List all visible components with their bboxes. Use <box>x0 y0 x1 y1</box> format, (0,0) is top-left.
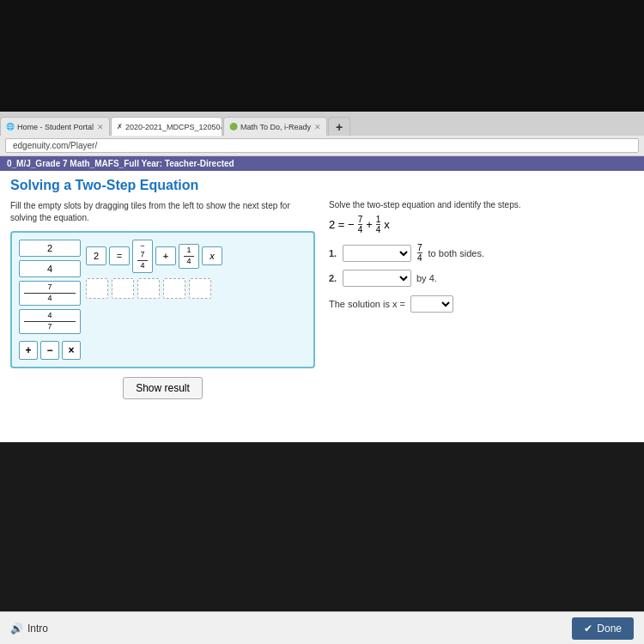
eq-frac-1-num: 1 <box>376 215 381 224</box>
step-2-select[interactable]: Multiply Divide <box>343 270 411 287</box>
operator-tiles: + − × <box>19 341 81 360</box>
frac-num-4: 4 <box>47 312 52 320</box>
tab-home-label: Home - Student Portal <box>17 123 94 131</box>
app-header: 0_M/J_Grade 7 Math_MAFS_Full Year: Teach… <box>0 156 644 171</box>
frac-den-7: 7 <box>47 323 52 331</box>
home-tab-icon: 🌐 <box>6 123 15 131</box>
left-panel: Fill the empty slots by dragging tiles f… <box>10 200 315 399</box>
op-minus[interactable]: − <box>40 341 59 360</box>
op-times[interactable]: × <box>62 341 81 360</box>
eq-frac-1-4: 1 4 <box>376 215 381 234</box>
step-1-select[interactable]: Add Subtract <box>343 245 411 262</box>
top-bezel <box>0 0 644 112</box>
frac-7-num: 7 <box>140 251 144 259</box>
tab-new[interactable]: + <box>328 117 350 136</box>
side-tiles: 2 4 7 4 4 7 + <box>19 240 81 360</box>
drag-right: 2 = − 7 4 + 1 <box>86 240 307 302</box>
right-instruction: Solve the two-step equation and identify… <box>329 200 634 210</box>
intro-button[interactable]: 🔊 Intro <box>10 623 48 635</box>
tab-math-label: Math To Do, i-Ready <box>240 123 311 131</box>
address-text: edgenuity.com/Player/ <box>13 141 97 150</box>
drop-box-3[interactable] <box>137 278 160 299</box>
done-button[interactable]: ✔ Done <box>572 617 634 640</box>
step-2-line: 2. Multiply Divide by 4. <box>329 270 634 287</box>
tab-active-label: 2020-2021_MDCPS_1205040_M/ <box>125 123 222 131</box>
intro-label: Intro <box>27 623 48 635</box>
op-plus[interactable]: + <box>19 341 38 360</box>
main-content: Solving a Two-Step Equation Fill the emp… <box>0 171 644 442</box>
done-label: Done <box>597 623 622 635</box>
drop-row <box>86 278 307 299</box>
eq-frac-7-num: 7 <box>358 215 363 224</box>
step-1-frac: 7 4 <box>417 243 422 263</box>
eq-frac-7-4: 7 4 <box>358 215 363 234</box>
left-instruction: Fill the empty slots by dragging tiles f… <box>10 200 315 224</box>
tile-neg-7-4[interactable]: − 7 4 <box>132 240 153 273</box>
solution-line: The solution is x = 1 4 <box>329 295 634 313</box>
page-title: Solving a Two-Step Equation <box>10 178 634 193</box>
step-1-text: to both sides. <box>428 248 484 258</box>
side-tile-7-4[interactable]: 7 4 <box>19 281 81 306</box>
frac-1-num: 1 <box>186 246 191 255</box>
equation: 2 = − 7 4 + 1 4 x <box>329 215 634 234</box>
tab-active[interactable]: ✗ 2020-2021_MDCPS_1205040_M/ ✕ <box>111 117 222 136</box>
frac-7-den: 4 <box>140 262 144 270</box>
tab-home-close[interactable]: ✕ <box>97 123 104 131</box>
frac-1-den: 4 <box>186 258 191 266</box>
frac-den-4: 4 <box>47 295 52 303</box>
drag-container: 2 4 7 4 4 7 + <box>19 240 307 360</box>
tile-eq[interactable]: = <box>109 246 130 265</box>
step-1-line: 1. Add Subtract 7 4 to both sides. <box>329 243 634 263</box>
tile-x[interactable]: x <box>202 246 222 265</box>
step-2-num: 2. <box>329 273 337 283</box>
math-tab-icon: 🟢 <box>229 123 238 131</box>
eq-lhs: 2 = − <box>329 218 355 231</box>
content-area: Fill the empty slots by dragging tiles f… <box>10 200 634 399</box>
tile-2[interactable]: 2 <box>86 246 106 265</box>
browser-chrome: 🌐 Home - Student Portal ✕ ✗ 2020-2021_MD… <box>0 112 644 156</box>
tile-1-4[interactable]: 1 4 <box>179 244 199 269</box>
frac-num-7: 7 <box>47 283 52 292</box>
step-2-text: by 4. <box>416 273 437 283</box>
drop-box-5[interactable] <box>189 278 211 299</box>
step-1-frac-den: 4 <box>417 253 422 263</box>
solution-prefix: The solution is x = <box>329 299 405 309</box>
eq-frac-7-den: 4 <box>358 225 363 234</box>
bottom-bar: 🔊 Intro ✔ Done <box>0 611 644 644</box>
check-icon: ✔ <box>584 623 592 635</box>
tab-math-close[interactable]: ✕ <box>314 123 321 131</box>
drop-box-1[interactable] <box>86 278 108 299</box>
side-tile-4-7[interactable]: 4 7 <box>19 309 81 334</box>
drag-area: 2 4 7 4 4 7 + <box>10 231 315 368</box>
eq-frac-1-den: 4 <box>376 225 381 234</box>
side-tile-4[interactable]: 4 <box>19 260 81 277</box>
tile-plus[interactable]: + <box>155 246 176 265</box>
tiles-row-1: 2 = − 7 4 + 1 <box>86 240 307 273</box>
step-1-frac-num: 7 <box>417 243 422 252</box>
active-tab-icon: ✗ <box>117 123 123 131</box>
eq-plus: + <box>366 218 373 231</box>
show-result-button[interactable]: Show result <box>123 377 203 399</box>
drop-box-2[interactable] <box>112 278 134 299</box>
step-1-num: 1. <box>329 248 337 258</box>
eq-x: x <box>384 218 390 231</box>
tab-home[interactable]: 🌐 Home - Student Portal ✕ <box>0 117 110 136</box>
tab-math[interactable]: 🟢 Math To Do, i-Ready ✕ <box>223 117 327 136</box>
tab-bar: 🌐 Home - Student Portal ✕ ✗ 2020-2021_MD… <box>0 112 644 136</box>
speaker-icon: 🔊 <box>10 623 23 635</box>
address-bar[interactable]: edgenuity.com/Player/ <box>5 138 639 153</box>
right-panel: Solve the two-step equation and identify… <box>329 200 634 313</box>
solution-select[interactable]: 1 4 <box>410 295 453 313</box>
side-tile-2[interactable]: 2 <box>19 240 81 257</box>
drop-box-4[interactable] <box>163 278 185 299</box>
app-header-title: 0_M/J_Grade 7 Math_MAFS_Full Year: Teach… <box>7 159 234 168</box>
